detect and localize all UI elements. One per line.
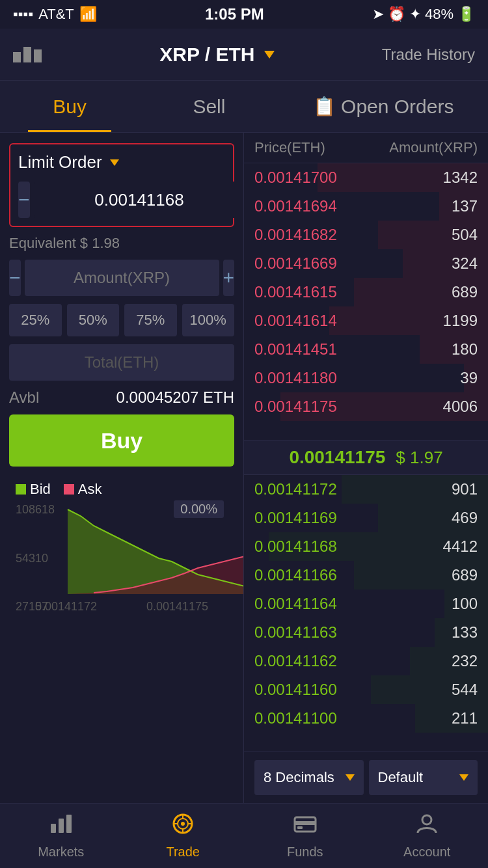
sell-order-row[interactable]: 0.00141180 39 bbox=[244, 364, 488, 392]
buy-button[interactable]: Buy bbox=[9, 414, 234, 467]
default-dropdown-icon bbox=[459, 774, 468, 781]
sell-amount: 689 bbox=[452, 283, 478, 301]
nav-funds[interactable]: Funds bbox=[244, 804, 366, 868]
sell-amount: 180 bbox=[452, 340, 478, 359]
amount-row: − + bbox=[9, 260, 234, 296]
buy-price: 0.00141164 bbox=[254, 595, 337, 613]
buy-order-row[interactable]: 0.00141164 100 bbox=[244, 590, 488, 618]
limit-order-label[interactable]: Limit Order bbox=[18, 152, 225, 172]
sell-price: 0.00141669 bbox=[254, 254, 337, 273]
price-input-row: − + bbox=[18, 182, 225, 218]
status-left: ▪▪▪▪ AT&T 📶 bbox=[13, 6, 97, 23]
tab-open-orders[interactable]: 📋 Open Orders bbox=[279, 81, 488, 132]
buy-order-row[interactable]: 0.00141160 544 bbox=[244, 675, 488, 704]
sell-amount: 324 bbox=[452, 254, 478, 273]
x-label-right: 0.00141175 bbox=[146, 600, 208, 614]
available-balance-row: Avbl 0.00045207 ETH bbox=[9, 388, 234, 407]
sell-order-row[interactable]: 0.00141614 1199 bbox=[244, 306, 488, 335]
sell-price: 0.00141180 bbox=[254, 369, 337, 387]
percent-100-button[interactable]: 100% bbox=[182, 304, 235, 336]
sell-order-row[interactable]: 0.00141451 180 bbox=[244, 335, 488, 364]
clipboard-icon: 📋 bbox=[313, 96, 336, 117]
chart-bars-icon bbox=[13, 47, 52, 62]
header: XRP / ETH Trade History bbox=[0, 29, 488, 81]
status-bar: ▪▪▪▪ AT&T 📶 1:05 PM ➤ ⏰ ✦ 48% 🔋 bbox=[0, 0, 488, 29]
svg-rect-13 bbox=[295, 821, 316, 825]
limit-order-dropdown-icon bbox=[110, 159, 119, 166]
nav-markets-label: Markets bbox=[38, 845, 84, 860]
price-input[interactable] bbox=[34, 182, 244, 218]
buy-amount: 901 bbox=[452, 480, 478, 498]
tab-sell[interactable]: Sell bbox=[139, 81, 278, 132]
nav-funds-label: Funds bbox=[287, 845, 323, 860]
buy-price: 0.00141169 bbox=[254, 509, 337, 527]
y-label-top: 108618 bbox=[16, 503, 55, 517]
default-label: Default bbox=[378, 769, 424, 786]
sell-price: 0.00141175 bbox=[254, 398, 337, 416]
buy-price: 0.00141166 bbox=[254, 566, 337, 584]
markets-icon bbox=[49, 812, 73, 841]
location-icon: ➤ bbox=[372, 6, 384, 23]
buy-amount: 689 bbox=[452, 566, 478, 584]
avbl-label: Avbl bbox=[9, 388, 39, 407]
pair-dropdown-icon bbox=[264, 51, 275, 59]
bid-legend: Bid bbox=[16, 481, 51, 498]
battery-label: 48% bbox=[425, 6, 454, 23]
buy-order-row[interactable]: 0.00141162 232 bbox=[244, 647, 488, 675]
buy-order-row[interactable]: 0.00141163 133 bbox=[244, 618, 488, 647]
chart-container: 108618 54310 27157 0.00141172 0.0014 bbox=[16, 503, 228, 614]
trade-history-link[interactable]: Trade History bbox=[382, 46, 475, 64]
sell-order-row[interactable]: 0.00141682 504 bbox=[244, 221, 488, 249]
bid-color-dot bbox=[16, 484, 26, 495]
equivalent-text: Equivalent $ 1.98 bbox=[9, 235, 234, 252]
percent-50-button[interactable]: 50% bbox=[67, 304, 120, 336]
amount-input[interactable] bbox=[25, 260, 219, 296]
decimals-row: 8 Decimals Default bbox=[244, 752, 488, 803]
buy-order-row[interactable]: 0.00141168 4412 bbox=[244, 532, 488, 561]
sell-price: 0.00141682 bbox=[254, 226, 337, 244]
default-select[interactable]: Default bbox=[369, 760, 478, 795]
buy-order-row[interactable]: 0.00141166 689 bbox=[244, 561, 488, 590]
sell-order-row[interactable]: 0.00141700 1342 bbox=[244, 163, 488, 192]
avbl-value: 0.00045207 ETH bbox=[116, 388, 234, 407]
ask-legend: Ask bbox=[64, 481, 102, 498]
buy-order-row[interactable]: 0.00141172 901 bbox=[244, 475, 488, 504]
percent-75-button[interactable]: 75% bbox=[124, 304, 177, 336]
buy-amount: 4412 bbox=[443, 537, 478, 556]
trading-pair[interactable]: XRP / ETH bbox=[159, 44, 274, 66]
sell-order-row[interactable]: 0.00141615 689 bbox=[244, 278, 488, 306]
y-label-mid: 54310 bbox=[16, 552, 55, 565]
decimals-select[interactable]: 8 Decimals bbox=[254, 760, 364, 795]
sell-order-row[interactable]: 0.00141694 137 bbox=[244, 192, 488, 221]
mid-price-row: 0.00141175 $ 1.97 bbox=[244, 440, 488, 475]
nav-account-label: Account bbox=[403, 845, 450, 860]
buy-price: 0.00141163 bbox=[254, 623, 337, 642]
nav-trade[interactable]: Trade bbox=[122, 804, 245, 868]
sell-order-row[interactable]: 0.00141175 4006 bbox=[244, 392, 488, 421]
price-decrease-button[interactable]: − bbox=[18, 182, 30, 218]
chart-area: Bid Ask 0.00% 108618 54310 27157 bbox=[9, 474, 234, 617]
left-panel: Limit Order − + Equivalent $ 1.98 − + 25… bbox=[0, 133, 244, 803]
sell-amount: 1199 bbox=[443, 312, 478, 330]
status-right: ➤ ⏰ ✦ 48% 🔋 bbox=[372, 6, 475, 23]
amount-decrease-button[interactable]: − bbox=[9, 260, 21, 296]
percent-25-button[interactable]: 25% bbox=[9, 304, 62, 336]
chart-legend: Bid Ask bbox=[16, 481, 228, 498]
carrier-label: AT&T bbox=[38, 6, 74, 23]
amount-increase-button[interactable]: + bbox=[223, 260, 235, 296]
svg-rect-4 bbox=[66, 815, 72, 833]
svg-point-15 bbox=[422, 815, 431, 824]
svg-point-7 bbox=[181, 822, 185, 826]
depth-chart-svg bbox=[42, 503, 244, 594]
nav-account[interactable]: Account bbox=[366, 804, 489, 868]
decimals-label: 8 Decimals bbox=[264, 769, 334, 786]
nav-markets[interactable]: Markets bbox=[0, 804, 122, 868]
tab-buy[interactable]: Buy bbox=[0, 81, 139, 132]
svg-rect-2 bbox=[51, 824, 56, 833]
sell-amount: 1342 bbox=[443, 169, 478, 187]
sell-order-row[interactable]: 0.00141669 324 bbox=[244, 249, 488, 278]
status-time: 1:05 PM bbox=[205, 5, 264, 23]
ask-color-dot bbox=[64, 484, 74, 495]
buy-order-row[interactable]: 0.00141169 469 bbox=[244, 504, 488, 532]
buy-order-row[interactable]: 0.00141100 211 bbox=[244, 704, 488, 733]
